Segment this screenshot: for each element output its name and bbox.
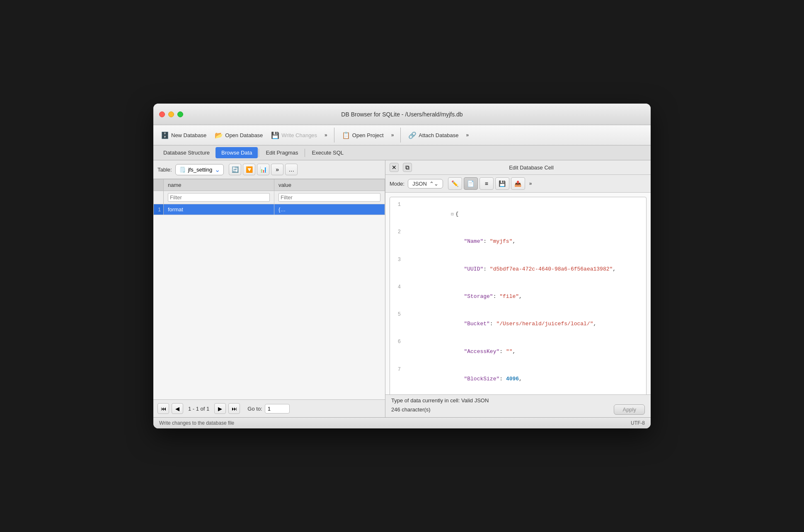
detach-editor-button[interactable]: ⧉: [403, 163, 412, 172]
toolbar-overflow-2[interactable]: »: [389, 131, 397, 140]
next-page-button[interactable]: ▶: [214, 403, 226, 414]
write-changes-button[interactable]: 💾 Write Changes: [268, 130, 320, 141]
mode-select-dropdown[interactable]: JSON ⌃⌄: [408, 179, 443, 189]
col-name[interactable]: name: [164, 179, 274, 191]
tab-edit-pragmas-label: Edit Pragmas: [266, 150, 298, 156]
json-line-5: 5 "Bucket": "/Users/herald/juicefs/local…: [393, 310, 643, 338]
tab-bar: Database Structure Browse Data Edit Prag…: [153, 145, 651, 160]
prev-page-button[interactable]: ◀: [172, 403, 183, 414]
cell-type-label: Type of data currently in cell: Valid JS…: [391, 397, 645, 404]
write-changes-label: Write Changes: [281, 132, 317, 138]
status-message: Write changes to the database file: [159, 420, 234, 426]
attach-database-label: Attach Database: [419, 132, 458, 138]
cell-status-bar: Type of data currently in cell: Valid JS…: [385, 394, 651, 417]
new-database-label: New Database: [171, 132, 206, 138]
tab-execute-sql[interactable]: Execute SQL: [306, 147, 349, 158]
tab-edit-pragmas[interactable]: Edit Pragmas: [260, 147, 304, 158]
tab-separator-2: [305, 149, 305, 157]
goto-label: Go to:: [247, 406, 262, 412]
filter-button[interactable]: 🔽: [243, 164, 255, 175]
json-line-3: 3 "UUID": "d5bdf7ea-472c-4640-98a6-6f56a…: [393, 256, 643, 283]
table-overflow-button[interactable]: »: [271, 164, 283, 175]
table-icon: 🗒️: [179, 167, 186, 173]
page-info: 1 - 1 of 1: [186, 406, 212, 412]
cell-editor-title: Edit Database Cell: [416, 164, 647, 171]
maximize-button[interactable]: [177, 111, 183, 117]
collapse-icon-1[interactable]: ⊟: [451, 212, 454, 217]
toolbar-overflow-3[interactable]: »: [463, 131, 471, 140]
main-window: DB Browser for SQLite - /Users/herald/my…: [153, 104, 651, 428]
toolbar-divider-1: [334, 128, 334, 143]
table-name: jfs_setting: [188, 167, 213, 173]
close-editor-button[interactable]: ✕: [390, 163, 399, 172]
apply-button[interactable]: Apply: [614, 404, 645, 415]
attach-database-button[interactable]: 🔗 Attach Database: [405, 130, 462, 141]
mode-edit-icon-button[interactable]: ✏️: [448, 177, 462, 190]
filter-value-input[interactable]: [278, 193, 380, 202]
window-controls: [159, 111, 183, 117]
filter-value-cell: [274, 191, 385, 204]
open-project-button[interactable]: 📋 Open Project: [339, 130, 387, 141]
chevron-down-icon: ⌄: [215, 166, 220, 174]
cell-name-1[interactable]: format: [164, 204, 274, 215]
data-table: name value: [153, 179, 385, 399]
mode-value: JSON: [412, 181, 427, 187]
filter-name-cell: [164, 191, 274, 204]
json-editor[interactable]: 1 ⊟{ 2 "Name": "myjfs",: [385, 193, 651, 394]
title-bar: DB Browser for SQLite - /Users/herald/my…: [153, 104, 651, 125]
toolbar-overflow-1[interactable]: »: [322, 131, 330, 140]
filter-row: [154, 191, 385, 204]
encoding-label: UTF-8: [631, 420, 645, 426]
tab-execute-sql-label: Execute SQL: [312, 150, 344, 156]
row-num-1: 1: [154, 204, 164, 215]
tab-browse-data[interactable]: Browse Data: [216, 147, 258, 158]
json-line-1: 1 ⊟{: [393, 201, 643, 228]
refresh-button[interactable]: 🔄: [229, 164, 241, 175]
open-database-label: Open Database: [225, 132, 263, 138]
goto-input[interactable]: [265, 404, 290, 414]
tab-database-structure[interactable]: Database Structure: [157, 147, 216, 158]
open-database-icon: 📂: [215, 131, 223, 139]
first-page-button[interactable]: ⏮: [157, 403, 169, 414]
more-button[interactable]: …: [285, 164, 298, 175]
col-rownum: [154, 179, 164, 191]
left-panel: Table: 🗒️ jfs_setting ⌄ 🔄 🔽 📊 » …: [153, 160, 385, 417]
mode-chevron-icon: ⌃⌄: [429, 181, 438, 187]
new-database-icon: 🗄️: [161, 131, 169, 139]
new-database-button[interactable]: 🗄️ New Database: [157, 130, 210, 141]
cell-editor-header: ✕ ⧉ Edit Database Cell: [385, 160, 651, 175]
table-row[interactable]: 1 format {…: [154, 204, 385, 215]
bottom-status-bar: Write changes to the database file UTF-8: [153, 417, 651, 428]
col-value[interactable]: value: [274, 179, 385, 191]
mode-container: Mode: JSON ⌃⌄ ✏️ 📄 ≡ 💾 📤 »: [385, 175, 651, 193]
table-label: Table:: [157, 167, 172, 173]
mode-overflow[interactable]: »: [527, 177, 535, 190]
close-button[interactable]: [159, 111, 165, 117]
table-select-dropdown[interactable]: 🗒️ jfs_setting ⌄: [175, 164, 224, 175]
conditional-format-button[interactable]: 📊: [257, 164, 269, 175]
mode-text-icon-button[interactable]: 📄: [464, 177, 478, 190]
table-selector: Table: 🗒️ jfs_setting ⌄ 🔄 🔽 📊 » …: [153, 160, 385, 179]
open-project-icon: 📋: [342, 131, 350, 139]
mode-format-icon-button[interactable]: ≡: [479, 177, 494, 190]
right-panel: ✕ ⧉ Edit Database Cell Mode: JSON ⌃⌄ ✏️ …: [385, 160, 651, 417]
toolbar-divider-2: [400, 128, 401, 143]
tab-database-structure-label: Database Structure: [163, 150, 210, 156]
window-title: DB Browser for SQLite - /Users/herald/my…: [341, 111, 463, 118]
open-project-label: Open Project: [352, 132, 384, 138]
json-line-6: 6 "AccessKey": "",: [393, 338, 643, 365]
tab-browse-data-label: Browse Data: [221, 150, 252, 156]
main-content: Table: 🗒️ jfs_setting ⌄ 🔄 🔽 📊 » …: [153, 160, 651, 417]
open-database-button[interactable]: 📂 Open Database: [211, 130, 266, 141]
attach-database-icon: 🔗: [408, 131, 417, 139]
mode-save-icon-button[interactable]: 💾: [495, 177, 509, 190]
json-line-2: 2 "Name": "myjfs",: [393, 228, 643, 255]
json-editor-inner: 1 ⊟{ 2 "Name": "myjfs",: [390, 197, 647, 394]
filter-rownum: [154, 191, 164, 204]
mode-export-icon-button[interactable]: 📤: [511, 177, 525, 190]
minimize-button[interactable]: [168, 111, 174, 117]
filter-name-input[interactable]: [168, 193, 270, 202]
cell-value-1[interactable]: {…: [274, 204, 385, 215]
write-changes-icon: 💾: [271, 131, 279, 139]
last-page-button[interactable]: ⏭: [228, 403, 240, 414]
